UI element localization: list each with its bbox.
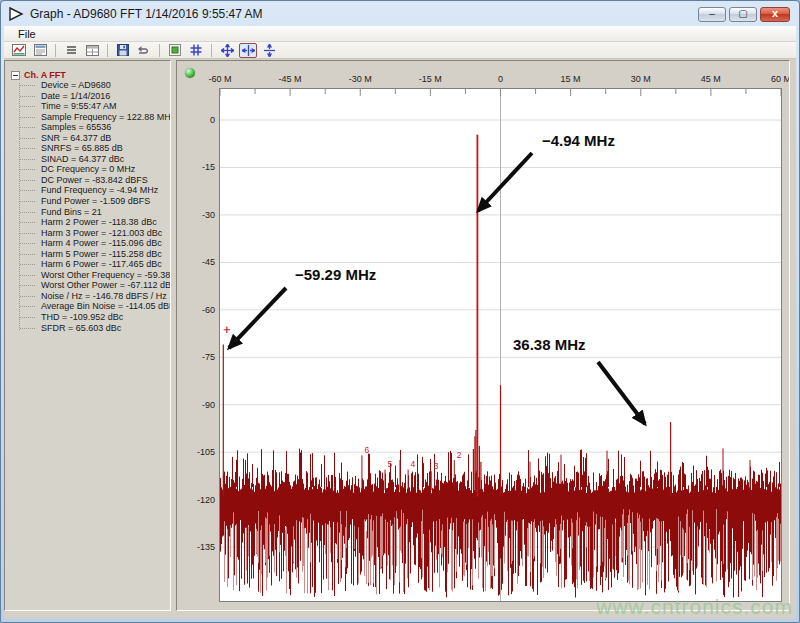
- save-icon[interactable]: [114, 43, 132, 58]
- close-button[interactable]: x: [760, 7, 790, 22]
- report-icon[interactable]: [31, 43, 49, 58]
- tree-item[interactable]: Date = 1/14/2016: [5, 91, 170, 102]
- main-area: Ch. A FFT Device = AD9680Date = 1/14/201…: [4, 59, 796, 619]
- tree-item[interactable]: THD = -109.952 dBc: [5, 312, 170, 323]
- chart-panel: -60 M-45 M-30 M-15 M015 M30 M45 M60 M 0-…: [176, 60, 790, 611]
- client-area: File: [4, 26, 796, 619]
- tree-item[interactable]: Harm 6 Power = -117.465 dBc: [5, 259, 170, 270]
- x-axis-ticks: [220, 89, 781, 96]
- status-led-icon: [185, 68, 195, 78]
- y-axis-label: -105: [177, 447, 215, 457]
- tree-item[interactable]: Average Bin Noise = -114.05 dBFS: [5, 301, 170, 312]
- tree-item[interactable]: Fund Power = -1.509 dBFS: [5, 196, 170, 207]
- y-axis-label: -30: [177, 210, 215, 220]
- annotation-icon[interactable]: [166, 43, 184, 58]
- app-play-triangle-icon: [8, 7, 24, 21]
- plot-area[interactable]: 23456: [219, 88, 782, 602]
- toolbar-separator: [55, 44, 56, 57]
- y-axis-label: -120: [177, 495, 215, 505]
- results-tree-panel[interactable]: Ch. A FFT Device = AD9680Date = 1/14/201…: [4, 60, 171, 611]
- tree-item[interactable]: Sample Frequency = 122.88 MHz: [5, 112, 170, 123]
- harmonic-number-label: 4: [411, 459, 416, 469]
- tree-item-list: Device = AD9680Date = 1/14/2016Time = 9:…: [5, 80, 170, 333]
- plot-image-icon[interactable]: [10, 43, 28, 58]
- y-axis-label: 0: [177, 115, 215, 125]
- y-axis-label: -75: [177, 352, 215, 362]
- menubar: File: [4, 26, 796, 42]
- tree-collapse-toggle[interactable]: [11, 71, 20, 80]
- data-grid-icon[interactable]: [83, 43, 101, 58]
- tree-item[interactable]: Worst Other Power = -67.112 dBFS: [5, 280, 170, 291]
- grid-toggle-icon[interactable]: [187, 43, 205, 58]
- titlebar[interactable]: Graph - AD9680 FFT 1/14/2016 9:55:47 AM …: [4, 1, 796, 26]
- tree-item[interactable]: SNRFS = 65.885 dB: [5, 143, 170, 154]
- tree-item[interactable]: Time = 9:55:47 AM: [5, 101, 170, 112]
- toolbar-separator: [211, 44, 212, 57]
- x-axis-label: -45 M: [268, 74, 312, 84]
- worst-other-plus-marker: [224, 327, 230, 333]
- tree-item[interactable]: SNR = 64.377 dB: [5, 133, 170, 144]
- menu-item-file[interactable]: File: [13, 28, 41, 40]
- tree-root-label[interactable]: Ch. A FFT: [24, 70, 66, 80]
- y-axis-label: -135: [177, 542, 215, 552]
- x-axis-label: 0: [479, 74, 523, 84]
- harmonic-number-label: 6: [364, 445, 369, 455]
- window-controls: – ▢ x: [698, 7, 790, 22]
- fft-plot: 23456: [220, 89, 781, 601]
- minimize-button[interactable]: –: [698, 7, 726, 22]
- x-axis-label: 60 M: [759, 74, 790, 84]
- harmonic-number-label: 2: [457, 450, 462, 460]
- annotation-fundamental: −4.94 MHz: [542, 132, 615, 149]
- tree-item[interactable]: DC Power = -83.842 dBFS: [5, 175, 170, 186]
- toolbar: [4, 42, 796, 59]
- toolbar-separator: [107, 44, 108, 57]
- tree-item[interactable]: SINAD = 64.377 dBc: [5, 154, 170, 165]
- y-axis-label: -45: [177, 257, 215, 267]
- tree-item[interactable]: Worst Other Frequency = -59.38 MHz: [5, 270, 170, 281]
- x-axis-label: -15 M: [408, 74, 452, 84]
- zoom-vertical-icon[interactable]: [260, 43, 278, 58]
- annotation-spur: 36.38 MHz: [513, 336, 586, 353]
- tree-item[interactable]: Harm 4 Power = -115.096 dBc: [5, 238, 170, 249]
- tree-item[interactable]: Device = AD9680: [5, 80, 170, 91]
- annotation-arrows: [229, 153, 645, 424]
- tree-item[interactable]: Fund Frequency = -4.94 MHz: [5, 185, 170, 196]
- tree-item[interactable]: Samples = 65536: [5, 122, 170, 133]
- x-axis-label: 45 M: [689, 74, 733, 84]
- maximize-button[interactable]: ▢: [729, 7, 757, 22]
- list-icon[interactable]: [62, 43, 80, 58]
- zoom-horizontal-icon[interactable]: [239, 43, 257, 58]
- tree-item[interactable]: Noise / Hz = -146.78 dBFS / Hz: [5, 291, 170, 302]
- application-window: Graph - AD9680 FFT 1/14/2016 9:55:47 AM …: [0, 0, 800, 623]
- export-icon[interactable]: [135, 43, 153, 58]
- tree-item[interactable]: DC Frequency = 0 MHz: [5, 164, 170, 175]
- harmonic-number-label: 3: [434, 461, 439, 471]
- y-axis-label: -90: [177, 400, 215, 410]
- window-title: Graph - AD9680 FFT 1/14/2016 9:55:47 AM: [30, 7, 263, 21]
- tree-item[interactable]: Harm 5 Power = -115.258 dBc: [5, 249, 170, 260]
- x-axis-label: 30 M: [619, 74, 663, 84]
- watermark: www.cntronics.com: [596, 595, 793, 619]
- toolbar-separator: [159, 44, 160, 57]
- tree-item[interactable]: SFDR = 65.603 dBc: [5, 323, 170, 334]
- y-axis-label: -60: [177, 305, 215, 315]
- annotation-worst-other: −59.29 MHz: [295, 266, 376, 283]
- x-axis-label: 15 M: [549, 74, 593, 84]
- tree-item[interactable]: Harm 3 Power = -121.003 dBc: [5, 228, 170, 239]
- y-axis-label: -15: [177, 162, 215, 172]
- x-axis-label: -60 M: [198, 74, 242, 84]
- tree-item[interactable]: Harm 2 Power = -118.38 dBc: [5, 217, 170, 228]
- zoom-fit-icon[interactable]: [218, 43, 236, 58]
- x-axis-label: -30 M: [338, 74, 382, 84]
- tree-item[interactable]: Fund Bins = 21: [5, 207, 170, 218]
- harmonic-number-label: 5: [388, 459, 393, 469]
